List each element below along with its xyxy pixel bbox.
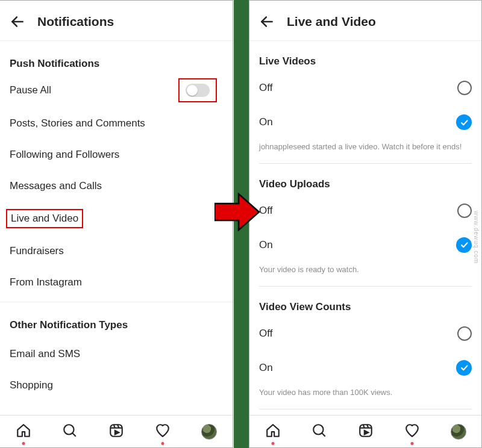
- screenshot-right-phone: Live and Video Live Videos Off On johnap…: [249, 0, 482, 448]
- home-icon[interactable]: [265, 423, 281, 441]
- radio-upload-on[interactable]: On: [259, 228, 472, 263]
- radio-unchecked-icon: [457, 81, 472, 95]
- section-push-notifications: Push Notifications: [10, 41, 223, 77]
- pause-all-label: Pause All: [10, 84, 51, 96]
- search-icon[interactable]: [62, 423, 78, 441]
- nav-messages-calls[interactable]: Messages and Calls: [10, 170, 223, 202]
- profile-avatar[interactable]: [451, 424, 466, 440]
- svg-line-11: [322, 433, 325, 436]
- radio-views-off[interactable]: Off: [259, 317, 472, 350]
- radio-unchecked-icon: [457, 204, 472, 218]
- notification-dot-icon: [161, 442, 164, 445]
- hint-uploads: Your video is ready to watch.: [259, 263, 472, 286]
- svg-point-2: [64, 425, 74, 434]
- hint-views: Your video has more than 100K views.: [259, 385, 472, 409]
- nav-fundraisers[interactable]: Fundraisers: [10, 235, 223, 267]
- back-arrow-icon[interactable]: [10, 14, 25, 30]
- nav-following-followers[interactable]: Following and Followers: [10, 139, 223, 170]
- svg-point-10: [313, 425, 323, 434]
- header: Notifications: [0, 1, 233, 41]
- option-on-label: On: [259, 362, 273, 374]
- section-other-types: Other Notification Types: [10, 302, 223, 338]
- option-off-label: Off: [259, 205, 272, 217]
- svg-marker-8: [115, 431, 119, 435]
- nav-posts-stories-comments[interactable]: Posts, Stories and Comments: [10, 108, 223, 139]
- page-title: Live and Video: [287, 14, 376, 29]
- radio-views-on[interactable]: On: [259, 350, 472, 385]
- screenshot-left-phone: Notifications Push Notifications Pause A…: [0, 0, 233, 448]
- section-view-counts: Video View Counts: [259, 287, 472, 317]
- radio-checked-icon: [456, 237, 472, 253]
- nav-from-instagram[interactable]: From Instagram: [10, 267, 223, 298]
- radio-live-on[interactable]: On: [259, 105, 472, 140]
- svg-marker-16: [364, 431, 368, 435]
- home-icon[interactable]: [16, 423, 31, 441]
- header: Live and Video: [249, 1, 481, 41]
- reels-icon[interactable]: [108, 423, 124, 441]
- option-on-label: On: [259, 116, 273, 128]
- search-icon[interactable]: [311, 423, 327, 441]
- option-off-label: Off: [259, 328, 272, 340]
- nav-live-and-video[interactable]: Live and Video: [6, 209, 83, 228]
- activity-heart-icon[interactable]: [404, 423, 420, 441]
- notification-dot-icon: [271, 442, 274, 445]
- radio-upload-off[interactable]: Off: [259, 194, 472, 228]
- reels-icon[interactable]: [358, 423, 374, 441]
- pause-all-row[interactable]: Pause All: [10, 77, 223, 108]
- bottom-nav: [0, 415, 233, 447]
- watermark: www.dewuq.com: [473, 211, 480, 264]
- section-video-uploads: Video Uploads: [259, 164, 472, 194]
- notification-dot-icon: [22, 442, 25, 445]
- section-live-videos: Live Videos: [259, 41, 472, 71]
- radio-checked-icon: [456, 360, 472, 376]
- back-arrow-icon[interactable]: [259, 14, 275, 30]
- red-arrow-annotation: [214, 193, 260, 231]
- radio-unchecked-icon: [457, 326, 472, 341]
- page-title: Notifications: [37, 14, 114, 29]
- option-on-label: On: [259, 239, 273, 251]
- pause-all-toggle[interactable]: [186, 84, 210, 97]
- svg-marker-0: [214, 194, 259, 230]
- bottom-nav: [249, 415, 481, 447]
- activity-heart-icon[interactable]: [155, 423, 171, 441]
- nav-shopping[interactable]: Shopping: [10, 370, 223, 401]
- svg-line-3: [72, 433, 75, 436]
- radio-checked-icon: [456, 114, 472, 130]
- notification-dot-icon: [410, 442, 413, 445]
- nav-email-sms[interactable]: Email and SMS: [10, 338, 223, 370]
- radio-live-off[interactable]: Off: [259, 71, 472, 105]
- option-off-label: Off: [259, 82, 272, 94]
- hint-live: johnappleseed started a live video. Watc…: [259, 140, 472, 163]
- profile-avatar[interactable]: [201, 424, 217, 440]
